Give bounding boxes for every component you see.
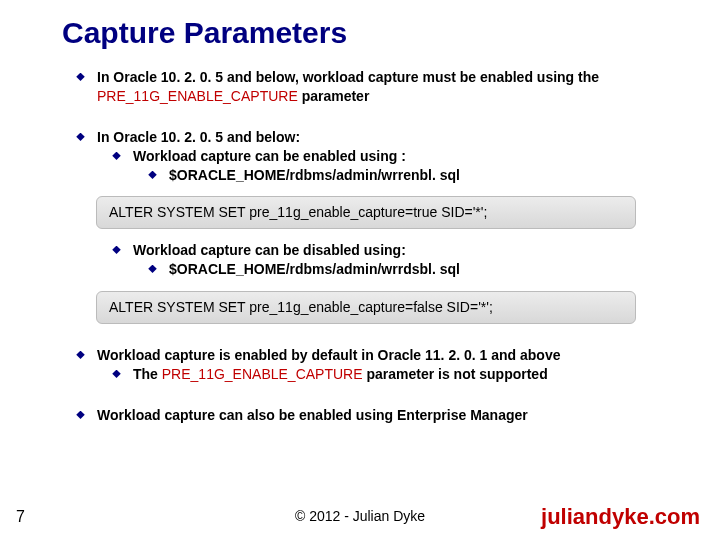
svg-rect-0	[76, 73, 84, 81]
param-pre11g: PRE_11G_ENABLE_CAPTURE	[97, 88, 298, 104]
bullet-2b1-text: $ORACLE_HOME/rdbms/admin/wrrdsbl. sql	[169, 261, 460, 277]
param-pre11g-2: PRE_11G_ENABLE_CAPTURE	[162, 366, 363, 382]
svg-rect-6	[76, 351, 84, 359]
diamond-icon	[76, 411, 85, 420]
bullet-4: Workload capture can also be enabled usi…	[76, 406, 676, 425]
bullet-1-pre: In Oracle 10. 2. 0. 5 and below, workloa…	[97, 69, 599, 85]
bullet-3-line1: Workload capture is enabled by default i…	[97, 347, 560, 363]
diamond-icon	[112, 246, 121, 255]
svg-rect-1	[76, 133, 84, 141]
bullet-2a: Workload capture can be enabled using :	[112, 147, 676, 166]
bullet-3: Workload capture is enabled by default i…	[76, 346, 676, 365]
bullet-2b-text: Workload capture can be disabled using:	[133, 242, 406, 258]
bullet-2: In Oracle 10. 2. 0. 5 and below:	[76, 128, 676, 147]
bullet-4-text: Workload capture can also be enabled usi…	[97, 407, 528, 423]
site-branding: juliandyke.com	[541, 504, 700, 530]
code-block-disable: ALTER SYSTEM SET pre_11g_enable_capture=…	[96, 291, 636, 324]
diamond-icon	[76, 133, 85, 142]
diamond-icon	[112, 152, 121, 161]
bullet-2b1: $ORACLE_HOME/rdbms/admin/wrrdsbl. sql	[148, 260, 676, 279]
bullet-2a-text: Workload capture can be enabled using :	[133, 148, 406, 164]
diamond-icon	[148, 171, 157, 180]
bullet-2-line: In Oracle 10. 2. 0. 5 and below:	[97, 129, 300, 145]
slide-title: Capture Parameters	[62, 16, 347, 50]
bullet-2b: Workload capture can be disabled using:	[112, 241, 676, 260]
svg-rect-4	[112, 246, 120, 254]
svg-rect-8	[76, 411, 84, 419]
diamond-icon	[76, 73, 85, 82]
code-block-enable: ALTER SYSTEM SET pre_11g_enable_capture=…	[96, 196, 636, 229]
svg-rect-2	[112, 152, 120, 160]
slide-body: In Oracle 10. 2. 0. 5 and below, workloa…	[76, 68, 676, 425]
bullet-3a: The PRE_11G_ENABLE_CAPTURE parameter is …	[112, 365, 676, 384]
svg-rect-5	[148, 265, 156, 273]
diamond-icon	[148, 265, 157, 274]
bullet-2a1-text: $ORACLE_HOME/rdbms/admin/wrrenbl. sql	[169, 167, 460, 183]
svg-rect-7	[112, 370, 120, 378]
bullet-2-text: In Oracle 10. 2. 0. 5 and below:	[97, 128, 676, 147]
diamond-icon	[112, 370, 121, 379]
bullet-1: In Oracle 10. 2. 0. 5 and below, workloa…	[76, 68, 676, 106]
bullet-3a-text: The PRE_11G_ENABLE_CAPTURE parameter is …	[133, 365, 676, 384]
bullet-3a-post: parameter is not supported	[363, 366, 548, 382]
bullet-1-post: parameter	[298, 88, 370, 104]
bullet-2a1: $ORACLE_HOME/rdbms/admin/wrrenbl. sql	[148, 166, 676, 185]
svg-rect-3	[148, 171, 156, 179]
bullet-3a-pre: The	[133, 366, 162, 382]
bullet-1-text: In Oracle 10. 2. 0. 5 and below, workloa…	[97, 68, 676, 106]
diamond-icon	[76, 351, 85, 360]
